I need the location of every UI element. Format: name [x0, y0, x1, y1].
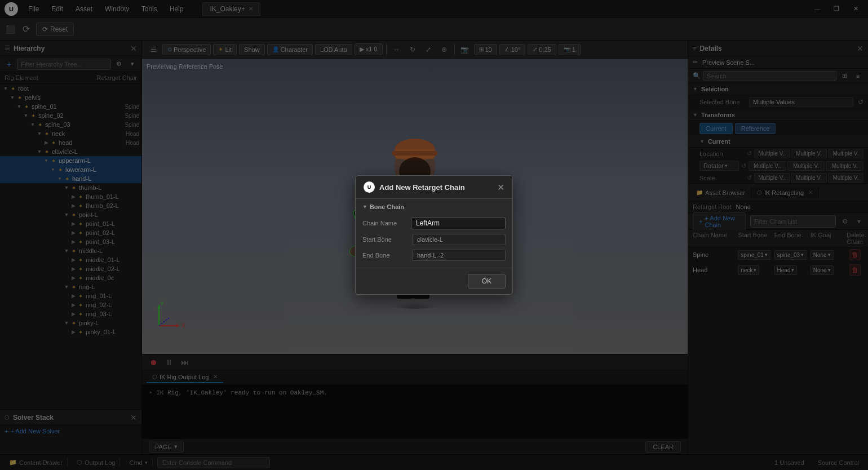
- modal-section-title: Bone Chain: [370, 203, 404, 210]
- end-bone-field-label: End Bone: [362, 252, 408, 259]
- modal-section-arrow-icon: ▼: [362, 204, 367, 210]
- modal-section-header: ▼ Bone Chain: [362, 203, 506, 210]
- add-retarget-chain-modal: U Add New Retarget Chain ✕ ▼ Bone Chain …: [355, 175, 513, 295]
- start-bone-field-label: Start Bone: [362, 236, 408, 243]
- chain-name-input[interactable]: [411, 217, 506, 229]
- modal-ok-button[interactable]: OK: [468, 274, 506, 289]
- modal-footer: OK: [356, 268, 512, 294]
- chain-name-field-label: Chain Name: [362, 220, 406, 227]
- end-bone-field: End Bone hand-L.-2: [362, 247, 506, 263]
- modal-overlay[interactable]: U Add New Retarget Chain ✕ ▼ Bone Chain …: [0, 0, 868, 470]
- start-bone-readonly: clavicle-L: [412, 234, 506, 245]
- modal-title: Add New Retarget Chain: [379, 183, 493, 192]
- end-bone-readonly: hand-L.-2: [412, 250, 506, 261]
- modal-ue-logo: U: [364, 181, 375, 193]
- modal-header: U Add New Retarget Chain ✕: [356, 176, 512, 199]
- modal-close-icon[interactable]: ✕: [497, 182, 504, 193]
- modal-section: ▼ Bone Chain Chain Name Start Bone clavi…: [356, 199, 512, 263]
- start-bone-field: Start Bone clavicle-L: [362, 232, 506, 247]
- chain-name-field: Chain Name: [362, 215, 506, 232]
